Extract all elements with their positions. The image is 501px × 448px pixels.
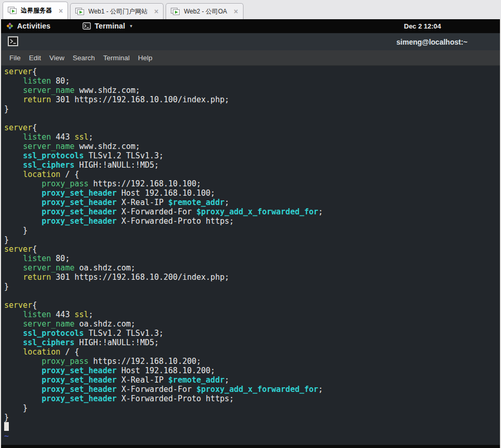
code-segment: www.shdz.com; xyxy=(74,86,140,95)
terminal-line: } xyxy=(4,403,500,413)
code-segment: X-Forwarded-For xyxy=(117,207,197,216)
code-segment xyxy=(4,375,42,385)
code-segment: 301 https://192.168.10.100/index.php; xyxy=(51,95,229,104)
code-segment: Host 192.168.10.200; xyxy=(117,366,215,375)
vm-tab-web1[interactable]: Web1 - 公司门户网站 × xyxy=(70,3,164,19)
screen: 边界服务器 × Web1 - 公司门户网站 × We xyxy=(0,0,501,448)
code-segment: ssl_ciphers xyxy=(23,338,74,347)
activities-label: Activities xyxy=(17,22,50,30)
code-segment xyxy=(4,385,42,394)
code-segment xyxy=(4,357,42,366)
close-icon[interactable]: × xyxy=(234,8,238,15)
code-segment: 301 https://192.168.10.200/index.php; xyxy=(51,273,229,282)
code-segment: / { xyxy=(60,170,79,179)
code-segment: return xyxy=(23,95,51,104)
code-segment: ; xyxy=(318,207,323,216)
code-segment: TLSv1.2 TLSv1.3; xyxy=(84,151,164,160)
terminal-line: return 301 https://192.168.10.100/index.… xyxy=(4,95,500,104)
code-segment: https://192.168.10.100; xyxy=(89,179,201,188)
code-segment: server xyxy=(4,123,32,132)
screen-bottom-edge xyxy=(1,445,500,448)
menu-help[interactable]: Help xyxy=(134,50,157,65)
code-segment xyxy=(4,310,23,319)
code-segment: } xyxy=(4,226,28,235)
code-segment xyxy=(4,254,23,263)
terminal-line: } xyxy=(4,235,500,245)
guest-display: Activities Terminal ▾ Dec 2 12:04 xyxy=(0,19,501,448)
code-segment: Host 192.168.10.100; xyxy=(117,188,215,198)
terminal-line: ssl_protocols TLSv1.2 TLSv1.3; xyxy=(4,329,500,338)
code-segment: / { xyxy=(60,347,79,357)
code-segment: { xyxy=(32,245,37,254)
code-segment: proxy_set_header xyxy=(42,207,117,216)
vm-console-icon xyxy=(75,8,85,16)
menu-edit[interactable]: Edit xyxy=(25,50,45,65)
code-segment xyxy=(4,188,42,198)
code-segment: ; xyxy=(89,310,93,319)
activities-button[interactable]: Activities xyxy=(1,19,56,33)
code-segment: } xyxy=(4,413,9,422)
code-segment: ssl xyxy=(74,310,88,319)
menu-terminal[interactable]: Terminal xyxy=(99,50,134,65)
code-segment: server_name xyxy=(23,86,74,95)
code-segment: www.shdz.com; xyxy=(74,142,140,151)
close-icon[interactable]: × xyxy=(154,8,158,15)
terminal-body[interactable]: server{ listen 80; server_name www.shdz.… xyxy=(1,66,500,445)
terminal-line: server{ xyxy=(4,245,500,254)
menu-search[interactable]: Search xyxy=(69,50,99,65)
terminal-title: simeng@localhost:~ xyxy=(364,33,499,50)
terminal-line: ssl_protocols TLSv1.2 TLSv1.3; xyxy=(4,151,500,160)
terminal-line: proxy_pass https://192.168.10.200; xyxy=(4,357,500,366)
terminal-line: } xyxy=(4,282,500,291)
vm-tab-web2[interactable]: Web2 - 公司OA × xyxy=(166,3,243,19)
code-segment: ssl_protocols xyxy=(23,329,84,338)
code-segment: proxy_pass xyxy=(42,179,88,188)
code-segment: ; xyxy=(318,385,323,394)
code-segment: location xyxy=(23,170,60,179)
menu-file[interactable]: File xyxy=(5,50,25,65)
code-segment: proxy_set_header xyxy=(42,385,117,394)
code-segment: proxy_set_header xyxy=(42,375,117,385)
code-segment xyxy=(4,207,42,216)
code-segment xyxy=(4,179,42,188)
code-segment: TLSv1.2 TLSv1.3; xyxy=(84,329,164,338)
code-segment: 80; xyxy=(51,76,70,86)
terminal-line: proxy_set_header Host 192.168.10.200; xyxy=(4,366,500,375)
code-segment xyxy=(4,160,23,170)
code-segment: } xyxy=(4,235,9,245)
distro-logo-icon xyxy=(6,22,13,30)
code-segment xyxy=(4,319,23,329)
code-segment xyxy=(4,86,23,95)
terminal-line xyxy=(4,114,500,123)
terminal-line: server_name oa.shdz.com; xyxy=(4,263,500,273)
code-segment xyxy=(4,142,23,151)
terminal-line: server_name www.shdz.com; xyxy=(4,142,500,151)
code-segment xyxy=(4,263,23,273)
terminal-titlebar[interactable]: simeng@localhost:~ xyxy=(1,33,500,51)
vm-tab-border-server[interactable]: 边界服务器 × xyxy=(3,2,68,19)
clock[interactable]: Dec 2 12:04 xyxy=(404,19,441,33)
code-segment: server xyxy=(4,245,32,254)
code-segment: oa.shdz.com; xyxy=(74,319,135,329)
terminal-icon xyxy=(83,22,91,30)
code-segment: X-Forwarded-Proto https; xyxy=(117,216,234,226)
code-segment: server_name xyxy=(23,142,74,151)
code-segment xyxy=(4,338,23,347)
code-segment: $proxy_add_x_forwarded_for xyxy=(196,385,318,394)
menu-view[interactable]: View xyxy=(45,50,69,65)
terminal-line: proxy_set_header X-Forwarded-Proto https… xyxy=(4,216,500,226)
terminal-line xyxy=(4,422,500,431)
terminal-line: } xyxy=(4,226,500,235)
close-icon[interactable]: × xyxy=(59,7,63,15)
code-segment: oa.shdz.com; xyxy=(74,263,135,273)
code-segment: server_name xyxy=(23,319,74,329)
code-segment: X-Real-IP xyxy=(117,375,168,385)
code-segment: { xyxy=(32,301,37,310)
terminal-line: ~ xyxy=(4,441,500,445)
terminal-window-icon xyxy=(8,36,18,48)
code-segment: https://192.168.10.200; xyxy=(89,357,201,366)
code-segment: HIGH:!aNULL:!MD5; xyxy=(74,338,159,347)
vm-console-icon xyxy=(8,7,17,15)
app-menu-terminal[interactable]: Terminal ▾ xyxy=(77,19,137,33)
terminal-line: } xyxy=(4,104,500,114)
